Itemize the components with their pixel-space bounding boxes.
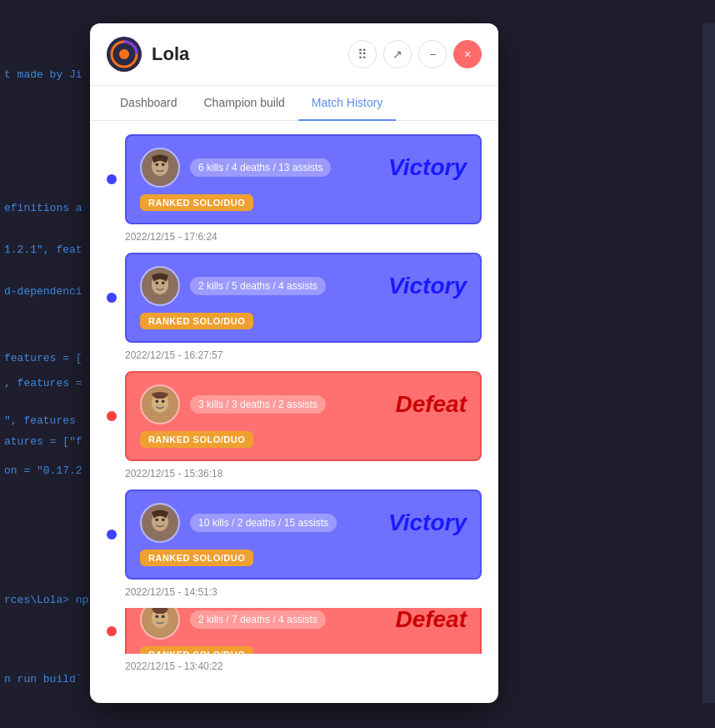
avatar-image <box>142 505 178 541</box>
champion-avatar <box>140 148 180 188</box>
match-card[interactable]: 2 kills / 7 deaths / 4 assistsDefeatRANK… <box>125 608 482 654</box>
scrollbar-area <box>702 23 715 703</box>
match-card-bottom: RANKED SOLO/DUO <box>140 431 467 448</box>
match-timestamp: 2022/12/15 - 17:6:24 <box>125 231 482 243</box>
match-card-top: 2 kills / 5 deaths / 4 assistsVictory <box>140 266 467 306</box>
app-logo <box>107 37 142 72</box>
match-card-bottom: RANKED SOLO/DUO <box>140 646 467 655</box>
svg-point-21 <box>156 615 159 618</box>
match-card-top: 6 kills / 4 deaths / 13 assistsVictory <box>140 148 467 188</box>
kda-badge: 3 kills / 3 deaths / 2 assists <box>190 395 326 414</box>
tab-dashboard[interactable]: Dashboard <box>107 86 191 121</box>
app-title: Lola <box>152 43 348 65</box>
minimize-button[interactable]: − <box>418 40 447 68</box>
match-list: 6 kills / 4 deaths / 13 assistsVictoryRA… <box>107 134 482 682</box>
modal-header: Lola ⠿ ↗ − × <box>90 23 498 86</box>
match-timestamp: 2022/12/15 - 15:36:18 <box>125 468 482 479</box>
rank-badge: RANKED SOLO/DUO <box>140 550 253 566</box>
champion-avatar <box>140 608 180 640</box>
match-dot <box>107 626 117 636</box>
svg-point-9 <box>156 282 159 285</box>
match-dot <box>107 293 117 303</box>
match-card[interactable]: 6 kills / 4 deaths / 13 assistsVictoryRA… <box>125 134 482 224</box>
kda-badge: 6 kills / 4 deaths / 13 assists <box>190 158 331 177</box>
app-modal: Lola ⠿ ↗ − × Dashboard Champion build Ma… <box>90 23 498 703</box>
svg-point-10 <box>162 282 165 285</box>
match-card-top: 10 kills / 2 deaths / 15 assistsVictory <box>140 503 467 543</box>
match-dot <box>107 174 117 184</box>
match-card-bottom: RANKED SOLO/DUO <box>140 313 467 329</box>
rank-badge: RANKED SOLO/DUO <box>140 194 253 211</box>
svg-point-2 <box>119 49 129 59</box>
result-label: Victory <box>388 154 467 181</box>
champion-avatar <box>140 384 180 424</box>
match-item-wrapper: 3 kills / 3 deaths / 2 assistsDefeatRANK… <box>107 371 482 461</box>
svg-point-22 <box>162 615 165 618</box>
match-history-content[interactable]: 6 kills / 4 deaths / 13 assistsVictoryRA… <box>90 121 498 703</box>
match-item-wrapper: 2 kills / 7 deaths / 4 assistsDefeatRANK… <box>107 608 482 654</box>
match-dot <box>107 530 117 540</box>
match-dot <box>107 411 117 421</box>
result-label: Defeat <box>395 391 467 418</box>
match-timestamp: 2022/12/15 - 13:40:22 <box>125 660 482 672</box>
grid-button[interactable]: ⠿ <box>348 40 377 68</box>
match-card[interactable]: 10 kills / 2 deaths / 15 assistsVictoryR… <box>125 490 482 580</box>
result-label: Victory <box>388 273 467 299</box>
rank-badge: RANKED SOLO/DUO <box>140 313 253 329</box>
rank-badge: RANKED SOLO/DUO <box>140 431 253 448</box>
tab-match-history[interactable]: Match History <box>298 86 397 121</box>
svg-point-17 <box>156 519 159 522</box>
tab-bar: Dashboard Champion build Match History <box>90 86 498 121</box>
match-timestamp: 2022/12/15 - 14:51:3 <box>125 586 482 598</box>
window-controls: ⠿ ↗ − × <box>348 40 482 68</box>
avatar-image <box>142 149 178 186</box>
champion-avatar <box>140 503 180 543</box>
avatar-image <box>142 268 178 304</box>
svg-point-18 <box>162 519 165 522</box>
match-card-bottom: RANKED SOLO/DUO <box>140 550 467 566</box>
match-card[interactable]: 2 kills / 5 deaths / 4 assistsVictoryRAN… <box>125 253 482 343</box>
result-label: Victory <box>388 510 467 536</box>
svg-point-14 <box>162 400 165 404</box>
kda-badge: 10 kills / 2 deaths / 15 assists <box>190 514 337 532</box>
champion-avatar <box>140 266 180 306</box>
match-item-wrapper: 10 kills / 2 deaths / 15 assistsVictoryR… <box>107 490 482 580</box>
arrow-button[interactable]: ↗ <box>383 40 412 68</box>
avatar-image <box>142 386 178 423</box>
svg-point-5 <box>156 163 159 167</box>
avatar-image <box>142 608 178 638</box>
svg-point-13 <box>156 400 159 404</box>
match-card[interactable]: 3 kills / 3 deaths / 2 assistsDefeatRANK… <box>125 371 482 461</box>
rank-badge: RANKED SOLO/DUO <box>140 646 253 655</box>
match-timestamp: 2022/12/15 - 16:27:57 <box>125 349 482 361</box>
kda-badge: 2 kills / 5 deaths / 4 assists <box>190 277 326 295</box>
result-label: Defeat <box>395 608 467 633</box>
match-item-wrapper: 6 kills / 4 deaths / 13 assistsVictoryRA… <box>107 134 482 224</box>
svg-point-6 <box>162 163 165 167</box>
kda-badge: 2 kills / 7 deaths / 4 assists <box>190 610 326 629</box>
tab-champion-build[interactable]: Champion build <box>191 86 298 121</box>
match-item-wrapper: 2 kills / 5 deaths / 4 assistsVictoryRAN… <box>107 253 482 343</box>
match-card-bottom: RANKED SOLO/DUO <box>140 194 467 211</box>
match-card-top: 3 kills / 3 deaths / 2 assistsDefeat <box>140 384 467 424</box>
match-card-top: 2 kills / 7 deaths / 4 assistsDefeat <box>140 608 467 640</box>
close-button[interactable]: × <box>453 40 482 68</box>
